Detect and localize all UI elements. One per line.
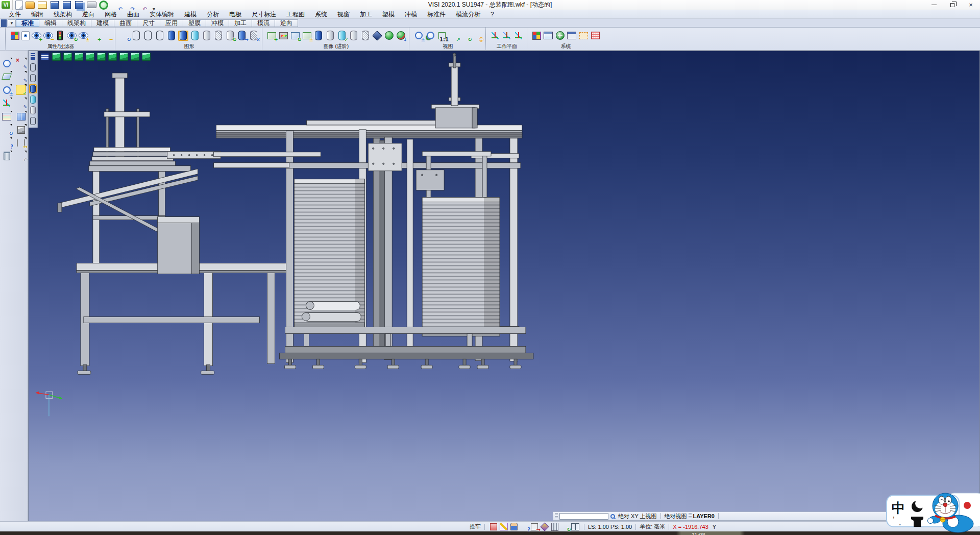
status-figure-icon[interactable]	[509, 522, 519, 531]
ime-toolbar-overlay[interactable]: 中 ’ 。	[886, 490, 980, 535]
status-wand-icon[interactable]	[499, 522, 508, 531]
minimize-button[interactable]	[925, 0, 943, 10]
sidebar-tool[interactable]	[1, 137, 12, 149]
measure-icon[interactable]	[16, 138, 26, 148]
zoom-extents-icon[interactable]	[413, 31, 424, 41]
sidebar-tool[interactable]	[15, 98, 27, 109]
toolbar-grip[interactable]	[689, 513, 692, 519]
adv-solid-icon[interactable]	[372, 31, 382, 41]
strip-shaded-icon[interactable]	[29, 84, 37, 93]
grid-settings-icon[interactable]	[590, 31, 600, 41]
hidden-dashed-icon[interactable]	[155, 31, 165, 41]
zoom-inout-icon[interactable]	[2, 85, 12, 95]
menu-item[interactable]: 线架构	[49, 10, 77, 18]
settings-gear-icon[interactable]	[555, 31, 565, 41]
ribbon-tab[interactable]: 建模	[91, 19, 114, 27]
translucent-icon[interactable]	[190, 31, 200, 41]
delete-trash-icon[interactable]	[2, 151, 12, 161]
sidebar-tool[interactable]	[15, 151, 27, 162]
hidden-line-icon[interactable]	[143, 31, 153, 41]
adv-traffic-icon[interactable]	[278, 31, 288, 41]
add-filter-icon[interactable]	[90, 31, 100, 41]
view-top-icon[interactable]	[62, 52, 72, 61]
wireframe-icon[interactable]	[131, 31, 141, 41]
sidebar-tool[interactable]	[1, 71, 12, 82]
adv-refresh-icon[interactable]	[290, 31, 300, 41]
pan-view-icon[interactable]	[449, 31, 459, 41]
adv-shaded-icon[interactable]	[313, 31, 324, 41]
status-panes-icon[interactable]	[571, 522, 580, 531]
lock-label[interactable]: 拴牢	[470, 523, 481, 530]
render-face-icon[interactable]	[472, 31, 482, 41]
ghost-icon[interactable]	[202, 31, 212, 41]
ribbon-tab[interactable]: 尺寸	[137, 19, 160, 27]
dynamic-shade-icon[interactable]	[237, 31, 247, 41]
sidebar-tool[interactable]	[1, 124, 12, 135]
sidebar-tool[interactable]	[15, 58, 27, 69]
shaded-icon[interactable]	[166, 31, 177, 41]
rotate-view-icon[interactable]	[460, 31, 471, 41]
status-diamond-icon[interactable]	[540, 522, 549, 531]
strip-menu-icon[interactable]	[29, 52, 37, 61]
status-arrowbox-icon[interactable]	[530, 522, 539, 531]
modify-attributes-icon[interactable]	[10, 31, 20, 41]
command-search-input[interactable]	[559, 513, 608, 520]
menu-item[interactable]: 建模	[180, 10, 201, 18]
strip-hidden-icon[interactable]	[29, 74, 37, 83]
toolbar-grip[interactable]	[555, 513, 558, 519]
ribbon-tab[interactable]: 逆向	[275, 19, 298, 27]
ime-punct-icon[interactable]: ’	[893, 516, 895, 524]
print-icon[interactable]	[86, 0, 96, 10]
ribbon-tab[interactable]: 编辑	[39, 19, 62, 27]
spline-icon[interactable]	[16, 98, 26, 108]
ribbon-tab[interactable]: 标准	[16, 19, 39, 27]
open-project-icon[interactable]	[37, 0, 47, 10]
ribbon-tab[interactable]: 塑膜	[183, 19, 206, 27]
assign-layer-icon[interactable]	[225, 31, 235, 41]
adv-sphere-icon[interactable]	[384, 31, 394, 41]
strip-wireframe-icon[interactable]	[29, 63, 37, 72]
sidebar-tool[interactable]	[15, 111, 27, 122]
remove-filter-icon[interactable]	[102, 31, 112, 41]
edit-delete-icon[interactable]	[16, 58, 26, 68]
mesh-display-icon[interactable]	[213, 31, 224, 41]
menu-item[interactable]: 加工	[355, 10, 377, 18]
shaded-edges-icon[interactable]	[178, 31, 188, 41]
menu-item[interactable]: 逆向	[78, 10, 99, 18]
menu-item[interactable]: 冲模	[400, 10, 422, 18]
regen-icon[interactable]	[119, 31, 130, 41]
sidebar-tool[interactable]	[1, 58, 12, 69]
adv-mesh-icon[interactable]	[360, 31, 371, 41]
tab-dropdown-button[interactable]: ▼	[8, 19, 16, 27]
sidebar-tool[interactable]	[15, 71, 27, 82]
save-icon[interactable]	[50, 0, 60, 10]
menu-item[interactable]: 编辑	[27, 10, 48, 18]
ribbon-tab[interactable]: 曲面	[114, 19, 137, 27]
refresh-visibility-icon[interactable]	[66, 31, 77, 41]
status-rotate-icon[interactable]	[560, 522, 570, 531]
menu-item[interactable]: 系统	[310, 10, 332, 18]
adv-ghost-icon[interactable]	[325, 31, 335, 41]
workplane-view-icon[interactable]	[513, 31, 524, 41]
strip-translucent-icon[interactable]	[29, 95, 37, 104]
absolute-view-label[interactable]: 绝对视图	[665, 513, 687, 520]
solid-cube-icon[interactable]	[16, 125, 26, 135]
workplane-icon[interactable]	[490, 31, 500, 41]
sketch-icon[interactable]	[16, 71, 26, 82]
ribbon-tab[interactable]: 模流	[252, 19, 275, 27]
sidebar-tool[interactable]	[15, 84, 27, 95]
sidebar-tool[interactable]	[15, 124, 27, 135]
strip-ghost-icon[interactable]	[29, 106, 37, 115]
sidebar-tool[interactable]	[1, 98, 12, 109]
adv-page-icon[interactable]	[349, 31, 359, 41]
status-help-icon[interactable]	[520, 522, 529, 531]
adv-check-icon[interactable]	[337, 31, 347, 41]
profile-panel-icon[interactable]	[567, 31, 577, 41]
view-layers-icon[interactable]	[40, 52, 50, 61]
adv-toggle-icon[interactable]	[302, 31, 312, 41]
workplane-entity-icon[interactable]	[502, 31, 512, 41]
show-entities-icon[interactable]	[31, 31, 41, 41]
layers-panel-icon[interactable]	[16, 111, 26, 121]
snap-settings-icon[interactable]	[578, 31, 589, 41]
restore-icon[interactable]	[16, 151, 26, 161]
